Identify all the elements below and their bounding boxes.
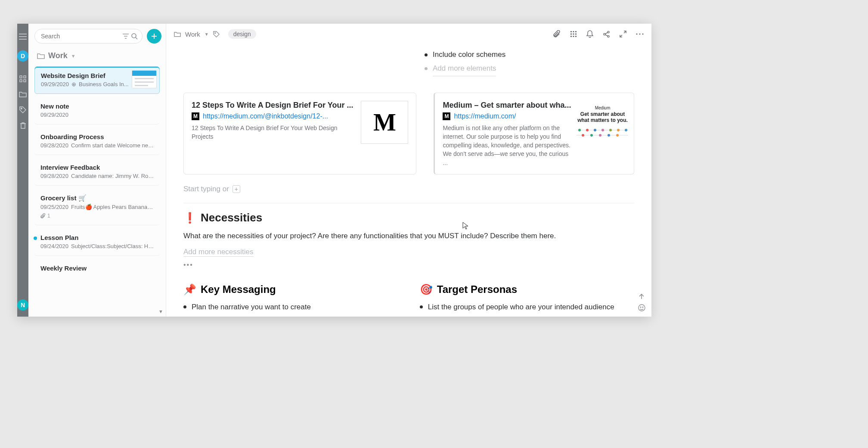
app-window: D N <box>17 24 650 317</box>
column-key-messaging: 📌Key Messaging Plan the narrative you wa… <box>183 283 398 317</box>
note-list: Website Design Brief 09/29/2020 ⊕ Busine… <box>28 65 166 317</box>
svg-point-41 <box>625 129 627 131</box>
note-item[interactable]: Onboarding Process 09/28/2020 Confirm st… <box>34 128 160 155</box>
expand-icon[interactable] <box>620 31 626 37</box>
note-snippet: Candidate name: Jimmy W. Role: S... <box>71 173 155 179</box>
note-title: Weekly Review <box>40 264 155 272</box>
svg-rect-3 <box>20 76 22 78</box>
target-icon: 🎯 <box>420 283 433 296</box>
section-description[interactable]: What are the necessities of your project… <box>183 230 634 242</box>
app-logo[interactable]: N <box>17 299 28 311</box>
note-title: Lesson Plan <box>40 234 155 241</box>
svg-rect-4 <box>24 76 26 78</box>
svg-point-42 <box>582 134 584 137</box>
note-item[interactable]: Weekly Review <box>34 259 160 278</box>
svg-point-30 <box>636 33 638 34</box>
svg-point-31 <box>639 33 641 34</box>
tag-icon[interactable] <box>18 105 28 115</box>
note-snippet: Business Goals In... <box>79 81 129 87</box>
chevron-down-icon: ▼ <box>205 32 209 37</box>
bullet-list: Include color schemes Add more elements <box>425 44 634 76</box>
attachment-icon[interactable] <box>553 30 561 38</box>
note-item[interactable]: New note 09/29/2020 <box>34 97 160 124</box>
note-snippet: Confirm start date Welcome new e... <box>71 142 155 149</box>
note-item[interactable]: Grocery list 🛒 09/25/2020 Fruits🍎 Apples… <box>34 189 160 225</box>
pushpin-icon: 📌 <box>183 283 196 296</box>
list-item[interactable]: What are necessities that you want to co… <box>183 313 398 317</box>
bell-icon[interactable] <box>586 30 593 38</box>
card-thumbnail: Medium Get smarter about what matters to… <box>579 101 626 144</box>
user-avatar[interactable]: D <box>17 50 28 62</box>
link-card[interactable]: 12 Steps To Write A Design Brief For You… <box>183 93 416 174</box>
editor-content[interactable]: Include color schemes Add more elements … <box>166 44 651 317</box>
tag-icon <box>213 31 220 37</box>
svg-rect-23 <box>573 36 574 37</box>
filter-icon[interactable] <box>123 34 129 39</box>
note-item[interactable]: Website Design Brief 09/29/2020 ⊕ Busine… <box>34 66 160 94</box>
list-item[interactable]: Plan the narrative you want to create <box>183 301 398 314</box>
svg-rect-21 <box>575 34 577 35</box>
svg-point-38 <box>601 129 604 131</box>
note-item[interactable]: Lesson Plan 09/24/2020 Subject/Class:Sub… <box>34 229 160 256</box>
note-item[interactable]: Interview Feedback 09/28/2020 Candidate … <box>34 159 160 186</box>
search-input[interactable] <box>41 33 120 40</box>
plus-icon[interactable]: + <box>232 185 240 193</box>
svg-point-37 <box>594 129 596 131</box>
note-thumbnail <box>132 70 157 88</box>
list-item[interactable]: List the groups of people who are your i… <box>420 301 635 314</box>
search-icon[interactable] <box>131 33 138 40</box>
svg-point-45 <box>608 134 610 137</box>
list-item[interactable]: Include age group, occupations, and more <box>420 313 635 317</box>
attachment-indicator: 1 <box>40 213 155 219</box>
scroll-top-icon[interactable] <box>638 293 645 300</box>
note-date: 09/29/2020 <box>40 112 68 118</box>
svg-rect-20 <box>573 34 574 35</box>
menu-icon[interactable] <box>18 31 28 42</box>
trash-icon[interactable] <box>18 120 28 131</box>
note-date: 09/28/2020 <box>40 173 68 179</box>
svg-point-26 <box>608 31 609 33</box>
more-icon[interactable]: ••• <box>183 261 634 269</box>
svg-line-28 <box>605 32 608 34</box>
apps-icon[interactable] <box>570 31 577 37</box>
share-icon[interactable] <box>603 31 610 38</box>
new-block-prompt[interactable]: Start typing or + <box>183 185 634 193</box>
section-heading-necessities[interactable]: ❗ Necessities <box>183 211 634 224</box>
sidebar-folder-selector[interactable]: Work ▼ <box>28 47 166 65</box>
link-card[interactable]: Medium – Get smarter about wha... Mhttps… <box>434 93 634 174</box>
card-url[interactable]: https://medium.com/ <box>454 112 516 120</box>
list-item-placeholder[interactable]: Add more elements <box>425 62 634 76</box>
folder-icon[interactable] <box>18 89 28 100</box>
card-thumbnail: M <box>361 101 408 144</box>
more-icon[interactable] <box>636 33 644 35</box>
tag-chip[interactable]: design <box>228 29 256 39</box>
breadcrumb[interactable]: Work ▼ design <box>174 29 256 39</box>
card-description: 12 Steps To Write A Design Brief For You… <box>192 124 353 141</box>
column-heading[interactable]: 📌Key Messaging <box>183 283 398 296</box>
list-item[interactable]: Include color schemes <box>425 48 634 62</box>
card-url[interactable]: https://medium.com/@inkbotdesign/12-... <box>203 112 328 120</box>
svg-point-46 <box>616 134 619 137</box>
svg-point-7 <box>21 108 22 109</box>
grid-icon[interactable] <box>18 74 28 84</box>
note-title: Interview Feedback <box>40 164 155 171</box>
svg-point-35 <box>578 129 581 131</box>
chevron-down-icon[interactable]: ▼ <box>158 309 163 314</box>
svg-point-47 <box>639 305 645 311</box>
emoji-icon[interactable] <box>638 304 645 311</box>
note-snippet: Fruits🍎 Apples Pears Bananas Ora... <box>71 204 155 210</box>
svg-point-43 <box>590 134 593 137</box>
new-note-button[interactable] <box>147 29 161 44</box>
search-field[interactable] <box>34 29 143 44</box>
svg-point-15 <box>214 32 215 33</box>
nav-rail: D N <box>17 24 28 317</box>
svg-rect-5 <box>20 80 22 82</box>
breadcrumb-folder: Work <box>185 31 200 38</box>
column-heading[interactable]: 🎯Target Personas <box>420 283 635 296</box>
chevron-down-icon: ▼ <box>71 53 76 59</box>
svg-point-27 <box>608 35 609 37</box>
placeholder-link[interactable]: Add more necessities <box>183 248 254 257</box>
svg-point-25 <box>604 33 605 35</box>
svg-line-29 <box>605 34 608 36</box>
unread-dot-icon <box>34 236 37 240</box>
